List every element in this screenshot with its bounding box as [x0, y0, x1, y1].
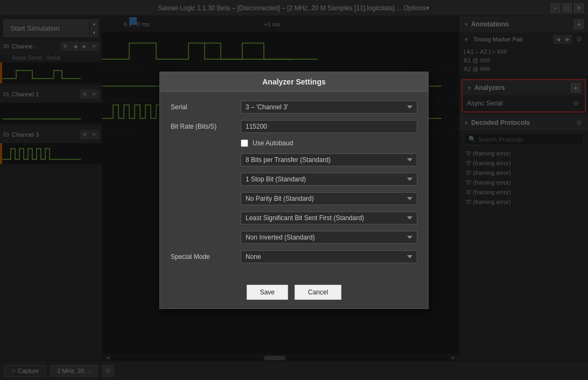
analyzer-settings-modal: Analyzer Settings Serial 3 – 'Channel 3'…: [159, 72, 429, 309]
modal-footer: Save Cancel: [160, 278, 428, 308]
bits-transfer-select[interactable]: 8 Bits per Transfer (Standard): [241, 153, 417, 166]
special-mode-select[interactable]: None: [241, 250, 417, 263]
bit-order-row: Least Significant Bit Sent First (Standa…: [171, 212, 417, 224]
serial-row: Serial 3 – 'Channel 3': [171, 101, 417, 114]
special-mode-row: Special Mode None: [171, 250, 417, 263]
stop-bit-select[interactable]: 1 Stop Bit (Standard): [241, 173, 417, 186]
special-mode-label: Special Mode: [171, 253, 241, 261]
bits-transfer-row: 8 Bits per Transfer (Standard): [171, 153, 417, 166]
bitrate-input[interactable]: [241, 120, 417, 133]
serial-select[interactable]: 3 – 'Channel 3': [241, 101, 417, 114]
cancel-button[interactable]: Cancel: [295, 285, 341, 300]
autobaud-row: Use Autobaud: [241, 139, 417, 147]
stop-bit-row: 1 Stop Bit (Standard): [171, 173, 417, 186]
bitrate-label: Bit Rate (Bits/S): [171, 123, 241, 130]
bitrate-row: Bit Rate (Bits/S): [171, 120, 417, 133]
autobaud-label: Use Autobaud: [253, 139, 293, 147]
modal-overlay: Analyzer Settings Serial 3 – 'Channel 3'…: [0, 0, 588, 380]
modal-body: Serial 3 – 'Channel 3' Bit Rate (Bits/S)…: [160, 92, 428, 278]
modal-title: Analyzer Settings: [160, 72, 428, 92]
save-button[interactable]: Save: [247, 285, 288, 300]
parity-select[interactable]: No Parity Bit (Standard): [241, 192, 417, 205]
invert-select[interactable]: Non Inverted (Standard): [241, 231, 417, 244]
parity-row: No Parity Bit (Standard): [171, 192, 417, 205]
bit-order-select[interactable]: Least Significant Bit Sent First (Standa…: [241, 212, 417, 224]
invert-row: Non Inverted (Standard): [171, 231, 417, 244]
autobaud-checkbox[interactable]: [241, 139, 248, 147]
serial-label: Serial: [171, 103, 241, 111]
